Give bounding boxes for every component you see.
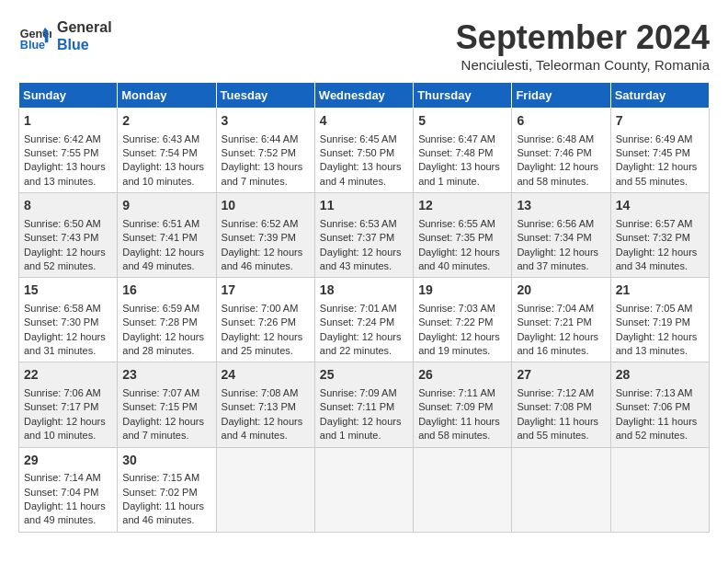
day-info: Daylight: 12 hours <box>517 160 605 174</box>
day-info: Daylight: 12 hours <box>24 330 112 344</box>
day-info: Sunrise: 6:51 AM <box>122 217 210 231</box>
day-info: Sunrise: 6:58 AM <box>24 302 112 316</box>
day-info: Daylight: 11 hours <box>122 500 210 513</box>
day-number: 22 <box>24 366 112 385</box>
day-info: Sunset: 7:52 PM <box>222 146 310 160</box>
title-area: September 2024 Nenciulesti, Teleorman Co… <box>456 18 710 73</box>
calendar-cell: 24Sunrise: 7:08 AMSunset: 7:13 PMDayligh… <box>216 362 314 447</box>
calendar-cell: 11Sunrise: 6:53 AMSunset: 7:37 PMDayligh… <box>314 193 413 278</box>
calendar-cell: 23Sunrise: 7:07 AMSunset: 7:15 PMDayligh… <box>118 362 216 447</box>
day-info: and 43 minutes. <box>320 259 408 273</box>
day-info: Sunrise: 7:03 AM <box>418 302 506 316</box>
week-row-3: 15Sunrise: 6:58 AMSunset: 7:30 PMDayligh… <box>19 278 710 362</box>
calendar-cell: 7Sunrise: 6:49 AMSunset: 7:45 PMDaylight… <box>610 109 709 193</box>
day-info: Sunrise: 6:44 AM <box>222 132 310 146</box>
day-info: and 19 minutes. <box>418 344 506 358</box>
day-info: and 34 minutes. <box>616 259 704 273</box>
calendar-cell: 19Sunrise: 7:03 AMSunset: 7:22 PMDayligh… <box>414 278 512 362</box>
day-info: Sunrise: 7:04 AM <box>517 302 605 316</box>
day-info: Sunrise: 6:59 AM <box>122 302 210 316</box>
day-info: Daylight: 12 hours <box>222 246 310 259</box>
day-info: and 55 minutes. <box>517 429 605 442</box>
day-info: Sunrise: 7:13 AM <box>616 386 704 400</box>
calendar-cell: 4Sunrise: 6:45 AMSunset: 7:50 PMDaylight… <box>314 109 413 193</box>
day-number: 3 <box>222 112 310 131</box>
day-info: Sunset: 7:30 PM <box>24 316 112 329</box>
day-info: Sunrise: 7:14 AM <box>24 471 112 485</box>
day-info: Sunrise: 6:55 AM <box>418 217 506 231</box>
calendar-cell <box>610 447 709 532</box>
calendar-cell: 29Sunrise: 7:14 AMSunset: 7:04 PMDayligh… <box>19 447 118 532</box>
day-info: Sunrise: 7:06 AM <box>24 386 112 400</box>
day-info: Daylight: 11 hours <box>616 415 704 429</box>
day-number: 17 <box>222 282 310 300</box>
day-number: 11 <box>320 197 408 215</box>
svg-text:Blue: Blue <box>20 40 45 52</box>
day-number: 9 <box>122 197 210 215</box>
day-info: and 31 minutes. <box>24 344 112 358</box>
day-info: and 25 minutes. <box>222 344 310 358</box>
day-info: Sunrise: 6:56 AM <box>517 217 605 231</box>
day-info: Daylight: 11 hours <box>517 415 605 429</box>
calendar: SundayMondayTuesdayWednesdayThursdayFrid… <box>18 82 710 533</box>
day-number: 24 <box>222 366 310 385</box>
day-info: and 49 minutes. <box>122 259 210 273</box>
day-info: Sunset: 7:48 PM <box>418 146 506 160</box>
day-info: Daylight: 12 hours <box>24 246 112 259</box>
day-info: Sunrise: 6:57 AM <box>616 217 704 231</box>
day-number: 6 <box>517 112 605 131</box>
calendar-cell <box>512 447 610 532</box>
day-number: 1 <box>24 112 112 131</box>
day-info: Sunrise: 6:53 AM <box>320 217 408 231</box>
day-info: Daylight: 12 hours <box>517 330 605 344</box>
day-info: Daylight: 12 hours <box>616 246 704 259</box>
day-info: Sunrise: 7:01 AM <box>320 302 408 316</box>
calendar-cell: 13Sunrise: 6:56 AMSunset: 7:34 PMDayligh… <box>512 193 610 278</box>
day-info: Sunset: 7:09 PM <box>418 400 506 414</box>
day-info: Sunrise: 7:12 AM <box>517 386 605 400</box>
day-info: and 37 minutes. <box>517 259 605 273</box>
day-info: and 4 minutes. <box>320 175 408 189</box>
logo-blue: Blue <box>57 36 112 53</box>
day-info: Sunrise: 7:08 AM <box>222 386 310 400</box>
week-row-4: 22Sunrise: 7:06 AMSunset: 7:17 PMDayligh… <box>19 362 710 447</box>
day-number: 13 <box>517 197 605 215</box>
calendar-cell: 16Sunrise: 6:59 AMSunset: 7:28 PMDayligh… <box>118 278 216 362</box>
day-info: Daylight: 13 hours <box>24 160 112 174</box>
week-row-5: 29Sunrise: 7:14 AMSunset: 7:04 PMDayligh… <box>19 447 710 532</box>
day-info: and 58 minutes. <box>517 175 605 189</box>
calendar-cell: 30Sunrise: 7:15 AMSunset: 7:02 PMDayligh… <box>118 447 216 532</box>
day-info: Daylight: 12 hours <box>517 246 605 259</box>
header-saturday: Saturday <box>610 83 709 109</box>
day-info: Daylight: 13 hours <box>122 160 210 174</box>
day-info: Daylight: 11 hours <box>418 415 506 429</box>
day-info: Sunrise: 7:05 AM <box>616 302 704 316</box>
day-info: Sunrise: 6:49 AM <box>616 132 704 146</box>
header-monday: Monday <box>118 83 216 109</box>
day-info: Sunset: 7:08 PM <box>517 400 605 414</box>
day-info: Sunset: 7:19 PM <box>616 316 704 329</box>
day-info: and 16 minutes. <box>517 344 605 358</box>
day-number: 20 <box>517 282 605 300</box>
day-info: Daylight: 12 hours <box>24 415 112 429</box>
day-info: and 28 minutes. <box>122 344 210 358</box>
header: General Blue General Blue September 2024… <box>18 18 710 73</box>
day-info: Sunrise: 6:43 AM <box>122 132 210 146</box>
day-info: and 58 minutes. <box>418 429 506 442</box>
calendar-cell: 17Sunrise: 7:00 AMSunset: 7:26 PMDayligh… <box>216 278 314 362</box>
calendar-cell: 14Sunrise: 6:57 AMSunset: 7:32 PMDayligh… <box>610 193 709 278</box>
day-info: Daylight: 12 hours <box>320 330 408 344</box>
day-number: 16 <box>122 282 210 300</box>
day-info: and 13 minutes. <box>24 175 112 189</box>
month-year: September 2024 <box>456 18 710 57</box>
header-sunday: Sunday <box>19 83 118 109</box>
day-info: Sunset: 7:15 PM <box>122 400 210 414</box>
day-info: Daylight: 12 hours <box>222 415 310 429</box>
calendar-cell <box>314 447 413 532</box>
day-info: Sunset: 7:02 PM <box>122 486 210 500</box>
calendar-cell: 21Sunrise: 7:05 AMSunset: 7:19 PMDayligh… <box>610 278 709 362</box>
day-info: Sunset: 7:17 PM <box>24 400 112 414</box>
calendar-header-row: SundayMondayTuesdayWednesdayThursdayFrid… <box>19 83 710 109</box>
header-wednesday: Wednesday <box>314 83 413 109</box>
day-info: and 49 minutes. <box>24 513 112 527</box>
